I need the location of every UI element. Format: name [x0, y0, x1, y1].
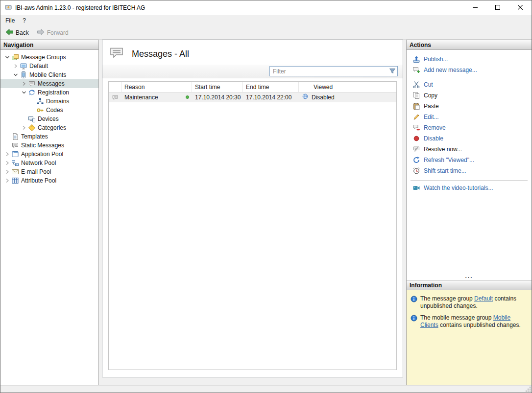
action-watch-video-tutorials[interactable]: Watch the video-tutorials... — [407, 183, 532, 193]
video-icon — [412, 184, 420, 192]
action-refresh-viewed[interactable]: Refresh "Viewed"... — [407, 155, 532, 165]
chevron-right-icon[interactable] — [20, 124, 28, 132]
info-note-text: The message group Default contains unpub… — [420, 295, 528, 310]
menu-file[interactable]: File — [1, 15, 19, 26]
chevron-down-icon[interactable] — [20, 89, 28, 96]
chevron-right-icon[interactable] — [20, 80, 28, 88]
table-row[interactable]: Maintenance 17.10.2014 20:30 17.10.2014 … — [109, 92, 396, 102]
column-header-icon[interactable] — [109, 82, 121, 92]
action-disable[interactable]: Disable — [407, 133, 532, 144]
chevron-down-icon[interactable] — [12, 71, 20, 79]
info-note-text: The mobile message group Mobile Clients … — [420, 314, 528, 329]
devices-icon — [28, 115, 36, 123]
back-button[interactable]: Back — [2, 27, 32, 38]
action-paste[interactable]: Paste — [407, 101, 532, 112]
navigation-toolbar: Back Forward — [0, 26, 532, 40]
chevron-right-icon[interactable] — [3, 168, 11, 176]
publish-icon — [412, 55, 420, 63]
forward-label: Forward — [47, 29, 69, 36]
tree-item-registration[interactable]: Registration — [0, 88, 98, 97]
minimize-button[interactable] — [464, 0, 486, 15]
column-header-reason[interactable]: Reason — [121, 82, 182, 92]
action-label: Disable — [424, 135, 443, 142]
right-column: Actions Publish... Add new message... Cu… — [406, 40, 532, 385]
action-shift-start-time[interactable]: Shift start time... — [407, 165, 532, 176]
content-header: Messages - All — [102, 40, 403, 65]
tree-item-mobile-clients[interactable]: Mobile Clients — [0, 70, 98, 79]
cut-icon — [412, 81, 420, 89]
actions-list: Publish... Add new message... Cut Copy — [407, 50, 532, 193]
cell-viewed: Disabled — [299, 92, 396, 102]
tree-item-label: Registration — [38, 89, 69, 96]
network-pool-icon — [11, 159, 19, 167]
action-edit[interactable]: Edit... — [407, 112, 532, 122]
tree-item-network-pool[interactable]: Network Pool — [0, 159, 98, 167]
tree-item-codes[interactable]: Codes — [0, 106, 98, 115]
chevron-right-icon[interactable] — [3, 159, 11, 167]
tree-item-email-pool[interactable]: E-mail Pool — [0, 167, 98, 176]
action-add-new-message[interactable]: Add new message... — [407, 65, 532, 75]
minimize-icon — [473, 4, 478, 11]
messages-header-icon — [109, 46, 124, 61]
column-header-status[interactable] — [182, 82, 192, 92]
chevron-right-icon[interactable] — [12, 62, 20, 70]
attribute-pool-icon — [11, 177, 19, 185]
action-label: Publish... — [424, 56, 448, 63]
information-panel: Information The message group Default co… — [407, 280, 532, 385]
back-label: Back — [16, 29, 29, 36]
chevron-down-icon[interactable] — [3, 53, 11, 61]
tree-item-messages[interactable]: Messages — [0, 79, 98, 88]
domains-icon — [36, 97, 44, 105]
action-resolve-now[interactable]: Resolve now... — [407, 144, 532, 155]
tree-item-message-groups[interactable]: Message Groups — [0, 53, 98, 62]
tree-item-domains[interactable]: Domains — [0, 97, 98, 106]
action-label: Refresh "Viewed"... — [424, 157, 474, 163]
chevron-right-icon[interactable] — [3, 177, 11, 185]
maximize-button[interactable] — [486, 0, 509, 15]
action-remove[interactable]: Remove — [407, 122, 532, 133]
action-label: Cut — [424, 81, 433, 88]
tree-item-label: Categories — [38, 124, 66, 131]
application-pool-icon — [11, 150, 19, 158]
tree-item-label: Templates — [21, 133, 48, 140]
resize-grip-icon[interactable] — [525, 386, 531, 392]
close-icon — [518, 4, 523, 11]
information-body: The message group Default contains unpub… — [407, 290, 532, 385]
refresh-icon — [412, 156, 420, 164]
registration-icon — [28, 89, 36, 96]
filter-input[interactable] — [269, 66, 398, 76]
app-window: IBI-aws Admin 1.23.0 - registered for IB… — [0, 0, 532, 393]
tree-item-devices[interactable]: Devices — [0, 115, 98, 123]
tree-item-categories[interactable]: Categories — [0, 123, 98, 132]
forward-button[interactable]: Forward — [34, 27, 72, 38]
info-link-default[interactable]: Default — [474, 295, 493, 302]
cell-status — [182, 92, 192, 102]
tree-item-templates[interactable]: Templates — [0, 132, 98, 141]
column-header-end-time[interactable]: End time — [243, 82, 299, 92]
active-status-icon — [186, 95, 189, 99]
tree-spacer — [3, 141, 11, 149]
templates-icon — [11, 133, 19, 140]
tree-item-static-messages[interactable]: Static Messages — [0, 141, 98, 150]
action-cut[interactable]: Cut — [407, 79, 532, 90]
actions-overflow-splitter[interactable]: ... — [407, 273, 532, 280]
message-group-icon — [20, 62, 27, 70]
close-button[interactable] — [509, 0, 532, 15]
table-header-row: Reason Start time End time Viewed — [109, 82, 396, 92]
tree-item-label: Messages — [38, 80, 65, 87]
column-header-start-time[interactable]: Start time — [192, 82, 243, 92]
tree-item-default[interactable]: Default — [0, 62, 98, 70]
main-area: Navigation Message Groups Default Mobile… — [0, 40, 532, 385]
action-copy[interactable]: Copy — [407, 90, 532, 101]
email-pool-icon — [11, 168, 19, 176]
tree-item-application-pool[interactable]: Application Pool — [0, 150, 98, 159]
filter-funnel-icon[interactable] — [389, 68, 396, 76]
chevron-right-icon[interactable] — [3, 150, 11, 158]
action-publish[interactable]: Publish... — [407, 54, 532, 65]
tree-item-label: Static Messages — [21, 142, 64, 149]
column-header-viewed[interactable]: Viewed — [299, 82, 396, 92]
action-label: Remove — [424, 124, 446, 131]
tree-item-attribute-pool[interactable]: Attribute Pool — [0, 176, 98, 185]
tree-item-label: Application Pool — [21, 151, 63, 158]
menu-help[interactable]: ? — [19, 15, 30, 26]
